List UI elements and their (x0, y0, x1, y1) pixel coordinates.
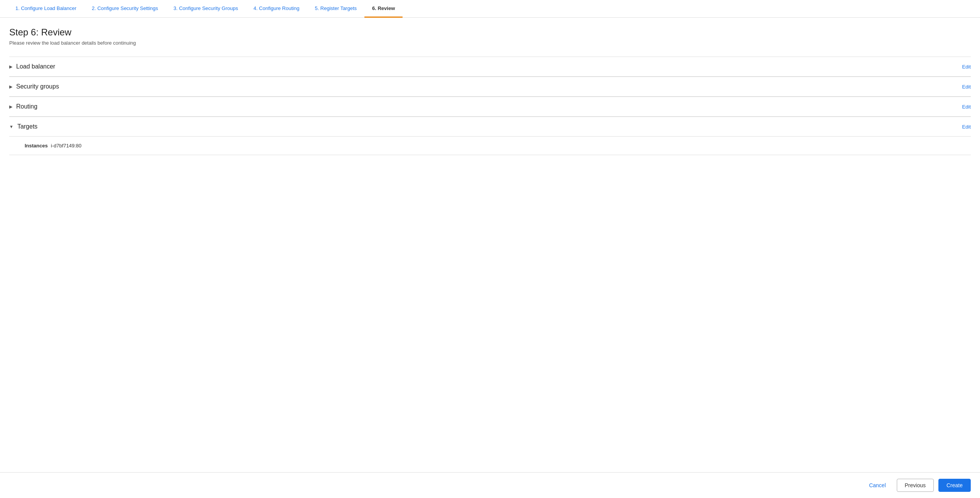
tab-configure-routing[interactable]: 4. Configure Routing (246, 0, 307, 18)
load-balancer-section-header[interactable]: ▶ Load balancer Edit (9, 57, 971, 77)
routing-edit-link[interactable]: Edit (962, 104, 971, 110)
targets-section-body: Instances i-d7bf7149:80 (9, 137, 971, 155)
routing-section: ▶ Routing Edit (9, 97, 971, 117)
tab-configure-security-groups[interactable]: 3. Configure Security Groups (166, 0, 246, 18)
targets-section: ▼ Targets Edit Instances i-d7bf7149:80 (9, 117, 971, 155)
instances-value: i-d7bf7149:80 (51, 143, 82, 149)
routing-header-left: ▶ Routing (9, 103, 37, 110)
tab-configure-security-settings[interactable]: 2. Configure Security Settings (84, 0, 166, 18)
instances-row: Instances i-d7bf7149:80 (25, 143, 971, 149)
security-groups-section-header[interactable]: ▶ Security groups Edit (9, 77, 971, 97)
load-balancer-header-left: ▶ Load balancer (9, 63, 55, 70)
routing-section-header[interactable]: ▶ Routing Edit (9, 97, 971, 117)
targets-chevron: ▼ (9, 124, 13, 129)
instances-label: Instances (25, 143, 48, 149)
load-balancer-chevron: ▶ (9, 64, 12, 69)
main-content: Step 6: Review Please review the load ba… (0, 18, 980, 194)
load-balancer-section: ▶ Load balancer Edit (9, 57, 971, 77)
tab-review[interactable]: 6. Review (364, 0, 403, 18)
security-groups-edit-link[interactable]: Edit (962, 84, 971, 90)
load-balancer-edit-link[interactable]: Edit (962, 64, 971, 70)
security-groups-title: Security groups (16, 83, 59, 90)
targets-title: Targets (17, 123, 37, 130)
load-balancer-title: Load balancer (16, 63, 55, 70)
targets-edit-link[interactable]: Edit (962, 124, 971, 130)
routing-title: Routing (16, 103, 37, 110)
targets-section-header[interactable]: ▼ Targets Edit (9, 117, 971, 137)
tab-configure-load-balancer[interactable]: 1. Configure Load Balancer (8, 0, 84, 18)
routing-chevron: ▶ (9, 104, 12, 109)
tab-register-targets[interactable]: 5. Register Targets (307, 0, 364, 18)
security-groups-header-left: ▶ Security groups (9, 83, 59, 90)
wizard-tabs: 1. Configure Load Balancer 2. Configure … (0, 0, 980, 18)
page-title: Step 6: Review (9, 27, 971, 38)
targets-header-left: ▼ Targets (9, 123, 37, 130)
security-groups-section: ▶ Security groups Edit (9, 77, 971, 97)
page-subtitle: Please review the load balancer details … (9, 40, 971, 46)
security-groups-chevron: ▶ (9, 84, 12, 89)
